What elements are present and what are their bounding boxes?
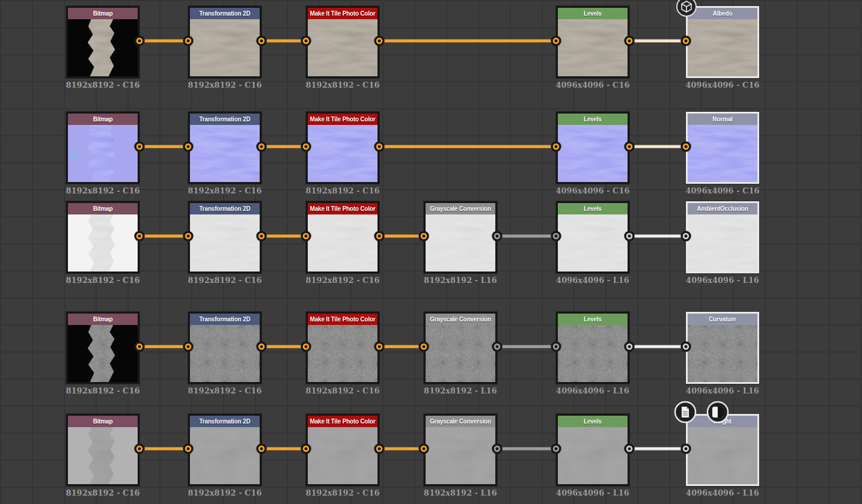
node-caption: 8192x8192 - L16 (411, 386, 510, 395)
node-thumbnail (308, 19, 378, 76)
node-r5g-grayscale-conversion[interactable]: Grayscale Conversion 8192x8192 - L16 (424, 414, 497, 486)
node-header: Bitmap (68, 314, 138, 326)
texture-preview (426, 427, 495, 484)
node-r5l-levels[interactable]: Levels 4096x4096 - L16 (556, 414, 629, 486)
node-r2l-levels[interactable]: Levels 4096x4096 - C16 (556, 112, 629, 184)
node-r2t-transformation-2d[interactable]: Transformation 2D 8192x8192 - C16 (188, 112, 261, 184)
node-r3l-levels[interactable]: Levels 4096x4096 - L16 (556, 201, 629, 273)
node-thumbnail (308, 125, 378, 182)
texture-preview (688, 214, 757, 272)
node-caption: 4096x4096 - C16 (673, 80, 772, 90)
node-thumbnail (688, 125, 757, 182)
node-thumbnail (190, 19, 260, 76)
texture-preview (68, 214, 138, 272)
node-header: Levels (558, 203, 628, 215)
document-icon[interactable] (672, 399, 698, 425)
node-header: Grayscale Conversion (426, 203, 495, 215)
node-caption: 8192x8192 - C16 (176, 276, 274, 285)
node-thumbnail (190, 125, 260, 182)
node-graph-canvas[interactable]: Bitmap 8192x8192 - C16 Transformation 2D… (0, 0, 862, 504)
node-caption: 8192x8192 - C16 (53, 276, 152, 285)
node-r4m-make-it-tile-photo-color[interactable]: Make It Tile Photo Color 8192x8192 - C16 (306, 312, 379, 384)
node-caption: 8192x8192 - C16 (53, 488, 152, 497)
node-header: Grayscale Conversion (426, 314, 495, 326)
texture-preview (190, 19, 260, 76)
node-caption: 8192x8192 - C16 (53, 186, 152, 195)
node-thumbnail (308, 214, 378, 272)
texture-preview (558, 19, 628, 76)
node-caption: 4096x4096 - L16 (543, 386, 642, 395)
node-caption: 4096x4096 - C16 (543, 186, 642, 195)
node-header: Levels (558, 114, 628, 126)
texture-preview (68, 325, 138, 382)
node-r4l-levels[interactable]: Levels 4096x4096 - L16 (556, 312, 629, 384)
node-r2b-bitmap[interactable]: Bitmap 8192x8192 - C16 (66, 112, 139, 184)
node-thumbnail (558, 325, 628, 382)
texture-preview (190, 214, 260, 272)
node-r3b-bitmap[interactable]: Bitmap 8192x8192 - C16 (66, 201, 139, 273)
node-r1m-make-it-tile-photo-color[interactable]: Make It Tile Photo Color 8192x8192 - C16 (306, 6, 379, 78)
node-header: Transformation 2D (190, 416, 260, 428)
node-thumbnail (190, 325, 260, 382)
node-thumbnail (68, 325, 138, 382)
node-thumbnail (558, 214, 628, 272)
texture-preview (308, 427, 378, 484)
node-thumbnail (68, 19, 138, 76)
node-header: Transformation 2D (190, 314, 260, 326)
texture-preview (688, 125, 757, 182)
node-r4g-grayscale-conversion[interactable]: Grayscale Conversion 8192x8192 - L16 (424, 312, 497, 384)
texture-preview (426, 214, 495, 272)
node-header: Make It Tile Photo Color (308, 114, 378, 126)
node-caption: 4096x4096 - L16 (673, 488, 772, 497)
node-thumbnail (68, 125, 138, 182)
node-thumbnail (190, 427, 260, 484)
node-header: Levels (558, 314, 628, 326)
split-square-icon[interactable] (705, 399, 731, 425)
texture-preview (558, 214, 628, 272)
node-caption: 4096x4096 - C16 (673, 186, 772, 195)
node-r4t-transformation-2d[interactable]: Transformation 2D 8192x8192 - C16 (188, 312, 261, 384)
node-r5m-make-it-tile-photo-color[interactable]: Make It Tile Photo Color 8192x8192 - C16 (306, 414, 379, 486)
node-caption: 8192x8192 - C16 (176, 186, 274, 195)
node-r5t-transformation-2d[interactable]: Transformation 2D 8192x8192 - C16 (188, 414, 261, 486)
texture-preview (688, 325, 757, 382)
texture-preview (558, 427, 628, 484)
texture-preview (308, 325, 378, 382)
node-caption: 4096x4096 - L16 (543, 488, 642, 497)
node-r1t-transformation-2d[interactable]: Transformation 2D 8192x8192 - C16 (188, 6, 261, 78)
node-caption: 8192x8192 - C16 (293, 80, 392, 90)
node-caption: 8192x8192 - C16 (176, 80, 274, 90)
node-r3t-transformation-2d[interactable]: Transformation 2D 8192x8192 - C16 (188, 201, 261, 273)
node-r2m-make-it-tile-photo-color[interactable]: Make It Tile Photo Color 8192x8192 - C16 (306, 112, 379, 184)
node-r3m-make-it-tile-photo-color[interactable]: Make It Tile Photo Color 8192x8192 - C16 (306, 201, 379, 273)
node-r4o-curvature[interactable]: Curvature 4096x4096 - L16 (686, 312, 759, 384)
texture-preview (190, 125, 260, 182)
texture-preview (558, 125, 628, 182)
node-r3o-ambientocclusion[interactable]: AmbientOcclusion 4096x4096 - L16 (686, 201, 759, 273)
texture-preview (558, 325, 628, 382)
texture-preview (426, 325, 495, 382)
node-thumbnail (426, 325, 495, 382)
3d-view-icon[interactable] (673, 0, 700, 20)
node-r4b-bitmap[interactable]: Bitmap 8192x8192 - C16 (66, 312, 139, 384)
node-header: Levels (558, 8, 628, 20)
node-r1l-levels[interactable]: Levels 4096x4096 - C16 (556, 6, 629, 78)
node-thumbnail (688, 214, 757, 272)
node-caption: 8192x8192 - L16 (411, 488, 510, 497)
node-header: Bitmap (68, 416, 138, 428)
node-r5b-bitmap[interactable]: Bitmap 8192x8192 - C16 (66, 414, 139, 486)
node-thumbnail (426, 214, 495, 272)
node-caption: 8192x8192 - C16 (293, 186, 392, 195)
node-thumbnail (688, 325, 757, 382)
node-r3g-grayscale-conversion[interactable]: Grayscale Conversion 8192x8192 - L16 (424, 201, 497, 273)
node-r1b-bitmap[interactable]: Bitmap 8192x8192 - C16 (66, 6, 139, 78)
node-thumbnail (688, 427, 757, 484)
node-thumbnail (558, 19, 628, 76)
node-thumbnail (426, 427, 495, 484)
node-caption: 8192x8192 - C16 (53, 386, 152, 395)
node-caption: 8192x8192 - C16 (53, 80, 152, 90)
node-header: Make It Tile Photo Color (308, 314, 378, 326)
node-r2o-normal[interactable]: Normal 4096x4096 - C16 (686, 112, 759, 184)
node-caption: 8192x8192 - C16 (176, 488, 274, 497)
node-header: Grayscale Conversion (426, 416, 495, 428)
